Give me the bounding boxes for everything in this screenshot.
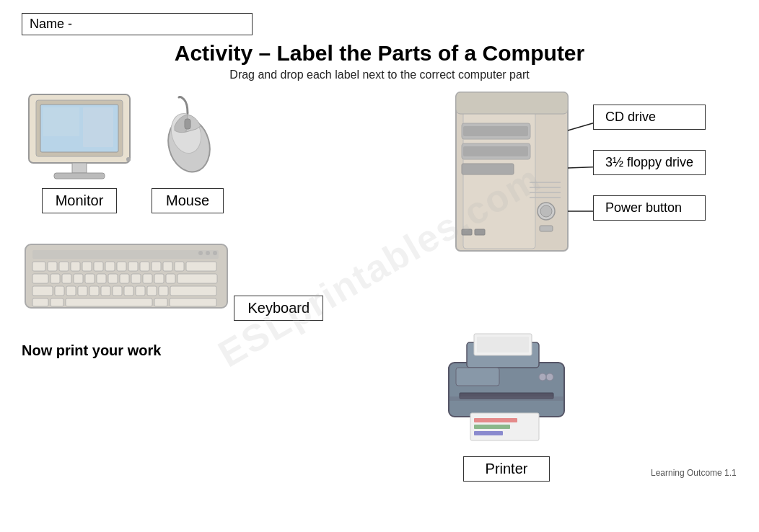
svg-rect-49 (147, 286, 157, 296)
svg-rect-54 (66, 298, 152, 306)
tower-labels: CD drive 3½ floppy drive Power button (593, 105, 706, 221)
svg-rect-31 (85, 274, 95, 283)
tower-section: CD drive 3½ floppy drive Power button (449, 89, 737, 321)
svg-rect-71 (462, 229, 472, 235)
svg-point-69 (540, 205, 552, 217)
svg-rect-15 (59, 262, 69, 271)
monitor-icon (22, 89, 137, 182)
page-subtitle: Drag and drop each label next to the cor… (22, 68, 737, 81)
svg-rect-52 (32, 298, 48, 306)
svg-rect-22 (140, 262, 149, 271)
svg-rect-17 (82, 262, 92, 271)
svg-rect-70 (540, 226, 553, 231)
svg-rect-12 (32, 250, 219, 259)
svg-rect-26 (186, 262, 216, 271)
svg-point-58 (206, 251, 210, 255)
cd-drive-label[interactable]: CD drive (593, 105, 706, 130)
svg-rect-33 (108, 274, 118, 283)
svg-rect-86 (477, 337, 529, 353)
monitor-container: Monitor (22, 89, 137, 213)
svg-rect-55 (154, 298, 167, 306)
floppy-drive-label[interactable]: 3½ floppy drive (593, 150, 706, 175)
svg-point-59 (213, 251, 217, 255)
svg-rect-39 (177, 274, 217, 283)
svg-rect-47 (124, 286, 133, 296)
svg-rect-24 (163, 262, 172, 271)
svg-rect-94 (449, 396, 564, 401)
tower-icon (449, 89, 575, 254)
printer-container: Printer (362, 328, 651, 482)
mouse-container: Mouse (152, 96, 224, 213)
svg-rect-53 (51, 298, 63, 306)
svg-rect-25 (175, 262, 184, 271)
svg-rect-30 (74, 274, 83, 283)
svg-rect-35 (131, 274, 141, 283)
svg-rect-42 (66, 286, 76, 296)
svg-rect-16 (71, 262, 80, 271)
svg-rect-56 (170, 298, 216, 306)
power-button-label[interactable]: Power button (593, 195, 706, 221)
svg-rect-62 (456, 92, 568, 114)
svg-rect-4 (83, 107, 113, 147)
name-label: Name - (30, 17, 72, 31)
svg-point-7 (126, 157, 131, 161)
svg-rect-72 (475, 229, 485, 235)
svg-rect-20 (117, 262, 126, 271)
keyboard-icon (22, 237, 231, 313)
svg-rect-23 (152, 262, 161, 271)
keyboard-container: Keyboard (22, 237, 434, 321)
svg-rect-51 (170, 286, 216, 296)
svg-rect-5 (72, 163, 87, 173)
svg-rect-19 (105, 262, 115, 271)
svg-rect-95 (456, 368, 499, 386)
svg-rect-34 (120, 274, 129, 283)
svg-point-92 (546, 373, 553, 381)
svg-rect-46 (113, 286, 122, 296)
svg-rect-50 (159, 286, 168, 296)
svg-rect-29 (62, 274, 71, 283)
svg-rect-38 (166, 274, 175, 283)
svg-rect-18 (94, 262, 103, 271)
svg-rect-3 (43, 107, 79, 136)
svg-rect-21 (128, 262, 138, 271)
svg-rect-66 (463, 146, 528, 156)
svg-rect-67 (462, 164, 514, 174)
svg-rect-10 (185, 119, 190, 129)
svg-point-57 (198, 251, 203, 255)
svg-rect-27 (32, 274, 48, 283)
svg-rect-28 (51, 274, 60, 283)
keyboard-label[interactable]: Keyboard (234, 296, 323, 321)
svg-rect-91 (474, 431, 503, 435)
svg-rect-48 (136, 286, 145, 296)
svg-rect-43 (78, 286, 87, 296)
svg-rect-90 (474, 425, 510, 429)
svg-rect-40 (32, 286, 53, 296)
printer-icon (438, 328, 575, 451)
svg-rect-89 (474, 418, 517, 422)
svg-rect-13 (32, 262, 45, 271)
mouse-icon (152, 96, 224, 182)
svg-rect-41 (55, 286, 64, 296)
printer-label[interactable]: Printer (463, 456, 550, 482)
now-print-text: Now print your work (22, 342, 348, 359)
name-box[interactable]: Name - (22, 13, 253, 35)
svg-rect-64 (463, 126, 528, 136)
page-title: Activity – Label the Parts of a Computer (22, 41, 737, 66)
learning-outcome-text: Learning Outcome 1.1 (651, 468, 737, 478)
svg-rect-37 (154, 274, 164, 283)
svg-rect-44 (89, 286, 99, 296)
page: Name - Activity – Label the Parts of a C… (0, 0, 759, 532)
monitor-label[interactable]: Monitor (42, 188, 118, 213)
svg-rect-6 (54, 173, 105, 179)
svg-rect-32 (97, 274, 106, 283)
mouse-label[interactable]: Mouse (152, 188, 224, 213)
svg-point-93 (539, 373, 546, 381)
svg-rect-45 (101, 286, 110, 296)
svg-rect-14 (48, 262, 57, 271)
svg-rect-36 (143, 274, 152, 283)
